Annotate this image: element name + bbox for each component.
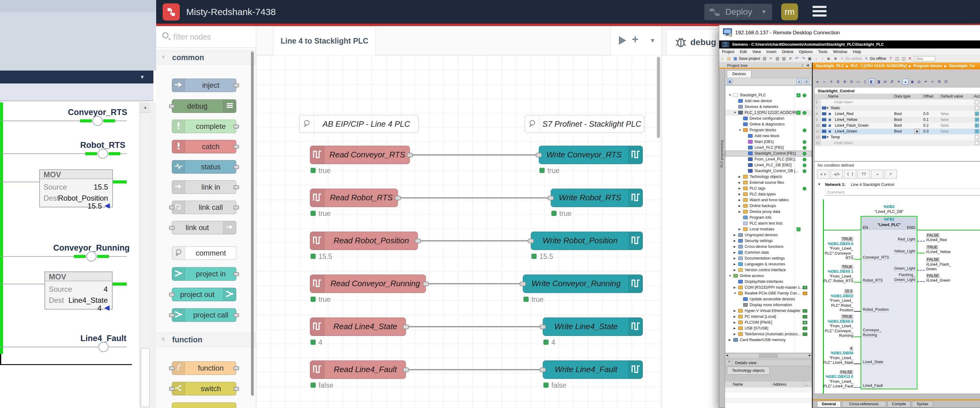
- output-coil[interactable]: [97, 148, 108, 159]
- editor-toolbar-icon[interactable]: ✦: [923, 79, 929, 85]
- accessible-checkbox[interactable]: ✓: [975, 129, 979, 133]
- editor-toolbar-icon[interactable]: ▾: [896, 79, 902, 85]
- input-port[interactable]: [169, 206, 175, 210]
- tree-expander-icon[interactable]: ▼: [733, 291, 737, 296]
- write-node[interactable]: Write Conveyor_Running: [523, 275, 643, 293]
- tree-expand-icon[interactable]: ▥: [804, 79, 809, 84]
- flow-tab[interactable]: Line 4 to Stacklight PLC: [273, 26, 376, 55]
- comment-node[interactable]: S7 Profinet - Stacklight PLC: [525, 115, 644, 133]
- mov-instruction[interactable]: MOVSource4DestLine4_State4◀: [45, 271, 113, 310]
- palette-node-link-out[interactable]: link out: [172, 221, 236, 234]
- editor-toolbar-icon[interactable]: ⇵: [889, 79, 895, 85]
- write-node[interactable]: Write Line4_Fault: [543, 360, 643, 379]
- go-offline-icon[interactable]: ϟ: [864, 56, 869, 62]
- lad-network-canvas[interactable]: %FB2"Line4_PLC"ENENOConveyor_RTSRobot_RT…: [815, 198, 980, 394]
- tree-item-line4-plc-db-db2-[interactable]: Line4_PLC_DB [DB2]: [725, 162, 811, 168]
- network-collapse-icon[interactable]: ▼: [818, 183, 821, 186]
- tree-item-languages-resources[interactable]: ▶Languages & resources: [725, 261, 811, 267]
- menu-edit[interactable]: Edit: [737, 48, 749, 55]
- accessible-checkbox[interactable]: ✓: [975, 123, 979, 128]
- tree-view-icon[interactable]: ▤: [797, 79, 802, 84]
- menu-tools[interactable]: Tools: [816, 48, 830, 55]
- lad-tool-button[interactable]: →: [871, 170, 883, 179]
- tab-general[interactable]: General: [817, 401, 841, 407]
- input-port[interactable]: [169, 293, 175, 297]
- tree-expander-icon[interactable]: ▼: [733, 110, 737, 116]
- output-coil[interactable]: [86, 251, 97, 262]
- diagnostics-icon[interactable]: ?: [888, 56, 894, 62]
- interface-row[interactable]: 13<Add new>: [815, 140, 980, 146]
- output-port[interactable]: [403, 325, 409, 329]
- fb-output-tag[interactable]: FALSE#Line4_Red: [926, 233, 980, 243]
- tree-expander-icon[interactable]: ▶: [738, 203, 741, 209]
- tree-expander-icon[interactable]: ▶: [738, 209, 741, 215]
- breadcrumb[interactable]: Stacklight_PLC▶PLC_1 [CPU 1212C AC/DC/Rl…: [812, 63, 980, 70]
- lad-tool-button[interactable]: ↱: [885, 170, 897, 179]
- save-project-icon[interactable]: ▦: [732, 56, 738, 62]
- input-port[interactable]: [169, 366, 175, 370]
- interface-row[interactable]: 7▼Static: [815, 105, 980, 111]
- accessible-checkbox[interactable]: [975, 135, 979, 139]
- tree-expander-icon[interactable]: ▶: [733, 261, 736, 267]
- tree-expander-icon[interactable]: ▼: [738, 127, 741, 133]
- lad-tool-button[interactable]: ⊣/⊢: [830, 170, 843, 179]
- palette-node-debug[interactable]: debug: [172, 99, 236, 113]
- read-node[interactable]: Read Line4_State: [310, 318, 406, 336]
- data-type-picker-button[interactable]: ▦: [914, 129, 920, 134]
- fb-output-tag[interactable]: TRUE#Line4_Yellow: [926, 245, 980, 255]
- output-port[interactable]: [234, 165, 239, 169]
- tree-item-stacklight-control-db-[interactable]: Stacklight_Control_DB [...: [725, 168, 811, 174]
- palette-node-link-call[interactable]: link call: [172, 201, 236, 214]
- tree-expander-icon[interactable]: ▶: [733, 320, 736, 325]
- user-avatar[interactable]: rm: [781, 3, 798, 20]
- editor-toolbar-icon[interactable]: ▯: [862, 79, 868, 85]
- palette-scroll-thumb[interactable]: [251, 52, 254, 396]
- output-coil[interactable]: [98, 342, 109, 352]
- editor-toolbar-icon[interactable]: ◉: [909, 79, 915, 85]
- deploy-button[interactable]: Deploy ▼: [704, 4, 772, 20]
- fb-input-operand[interactable]: 4%DB1.DBD8"From_Line4_PLC".Line4_State: [812, 346, 853, 365]
- tree-item-add-new-device[interactable]: Add new device: [725, 98, 811, 104]
- tree-item-plcsim-pn-ie-[interactable]: ▶PLCSIM [PN/IE]✕: [725, 320, 811, 325]
- tree-item-realtek-pcie-gbe-family-con-[interactable]: ▼Realtek PCIe GBE Family Con...: [725, 291, 811, 296]
- lad-tool-button[interactable]: ( ): [844, 170, 856, 179]
- stop-runtime-icon[interactable]: ■: [832, 56, 838, 62]
- palette-node-switch[interactable]: switch: [172, 382, 236, 395]
- output-port[interactable]: [415, 239, 421, 243]
- palette-category-common[interactable]: ˅common: [156, 51, 256, 64]
- tree-item-devices-networks[interactable]: Devices & networks: [725, 104, 811, 110]
- tree-item-version-control-interface[interactable]: ▶Version control interface: [725, 267, 811, 273]
- output-coil[interactable]: [92, 116, 103, 126]
- scroll-right-icon[interactable]: ▶: [809, 354, 811, 357]
- menu-project[interactable]: Project: [719, 48, 737, 55]
- output-port[interactable]: [234, 366, 239, 370]
- input-port[interactable]: [540, 325, 546, 329]
- breadcrumb-item[interactable]: Stacklight_Co: [949, 64, 974, 68]
- undo-icon[interactable]: ↶: [794, 56, 800, 62]
- tree-item-ungrouped-devices[interactable]: ▶Ungrouped devices: [725, 232, 811, 238]
- tab-cross-references[interactable]: Cross-references: [842, 401, 886, 407]
- details-view-header[interactable]: ˅ Details view: [725, 359, 812, 366]
- tree-expander-icon[interactable]: ▼: [729, 92, 732, 98]
- tab-compile[interactable]: Compile: [887, 401, 911, 407]
- menu-insert[interactable]: Insert: [764, 48, 780, 55]
- compile-icon[interactable]: ▣: [807, 56, 813, 62]
- tree-item-card-reader-usb-memory[interactable]: ▶Card Reader/USB memory: [725, 337, 811, 343]
- print-icon[interactable]: ▤: [762, 56, 767, 62]
- editor-toolbar-icon[interactable]: ◧: [869, 79, 875, 85]
- palette-node-partial[interactable]: [172, 402, 236, 408]
- accessible-checkbox[interactable]: [975, 141, 979, 145]
- write-node[interactable]: Write Line4_State: [543, 318, 643, 336]
- cut-icon[interactable]: ✂: [768, 56, 774, 62]
- input-port[interactable]: [520, 282, 526, 286]
- interface-row[interactable]: 8Line4_RedBool0.0false✓: [815, 111, 980, 117]
- interface-row[interactable]: 9Line4_YellowBool0.1false✓: [815, 117, 980, 123]
- tree-expander-icon[interactable]: ▼: [729, 273, 732, 279]
- tree-expander-icon[interactable]: ▶: [733, 250, 736, 256]
- write-node[interactable]: Write Robot_RTS: [551, 189, 643, 207]
- input-port[interactable]: [169, 313, 175, 317]
- editor-toolbar-icon[interactable]: ▭: [855, 79, 861, 85]
- tree-expander-icon[interactable]: ▶: [733, 285, 736, 291]
- open-project-icon[interactable]: ▨: [726, 56, 732, 62]
- accessible-checkbox[interactable]: ✓: [975, 112, 979, 116]
